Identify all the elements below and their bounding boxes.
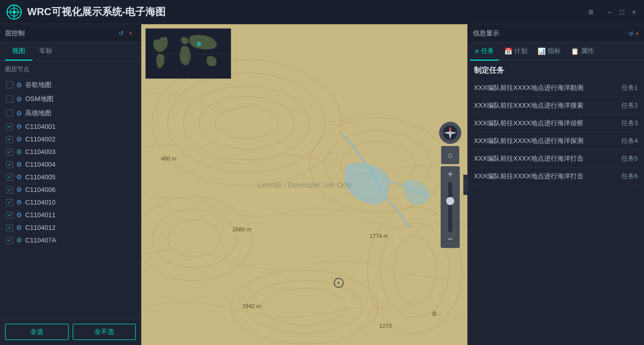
svg-point-9 [199, 96, 294, 149]
layer-gear-icon[interactable]: ⚙ [16, 199, 22, 206]
task-item[interactable]: XXX编队前往XXXX地点进行海洋打击 任务5 [474, 150, 638, 168]
layer-item[interactable]: ⚙ C1104003 [0, 145, 141, 158]
task-item[interactable]: XXX编队前往XXXX地点进行海洋打击 任务6 [474, 168, 638, 185]
tab-attributes[interactable]: 📋 属性 [566, 42, 599, 61]
map-controls: N ⌂ + − [439, 122, 461, 248]
refresh-icon[interactable]: ↺ [119, 30, 126, 37]
layer-item[interactable]: ⚙ C110407A [0, 234, 141, 247]
layer-checkbox[interactable] [6, 237, 13, 244]
attr-tab-label: 属性 [581, 46, 594, 56]
zoom-thumb[interactable] [446, 197, 454, 205]
task-item[interactable]: XXX编队前往XXXX地点进行海洋探测 任务4 [474, 132, 638, 150]
layer-gear-icon[interactable]: ⚙ [16, 224, 22, 231]
layer-list: ⚙ 谷歌地图 ⚙ OSM地图 ⚙ 高德地图 ⚙ C1104001 ⚙ C1104… [0, 76, 141, 318]
layer-checkbox[interactable] [6, 186, 13, 193]
layer-gear-icon[interactable]: ⚙ [16, 173, 22, 181]
layer-checkbox[interactable] [6, 136, 13, 143]
layer-item[interactable]: ⚙ C1104006 [0, 183, 141, 196]
layer-item[interactable]: ⚙ C1104010 [0, 196, 141, 209]
svg-point-4 [13, 11, 16, 14]
right-refresh-icon[interactable]: ↺ [628, 30, 633, 37]
layer-name: C1104003 [25, 148, 56, 156]
task-item[interactable]: XXX编队前往XXXX地点进行海洋搜索 任务2 [474, 97, 638, 115]
layer-gear-icon[interactable]: ⚙ [16, 211, 22, 219]
layer-item[interactable]: ⚙ C1104002 [0, 133, 141, 145]
task-description: XXX编队前往XXXX地点进行海洋搜索 [474, 101, 616, 110]
layer-item[interactable]: ⚙ C1104005 [0, 171, 141, 183]
layer-gear-icon[interactable]: ⚙ [16, 135, 22, 143]
task-description: XXX编队前往XXXX地点进行海洋侦察 [474, 119, 616, 128]
task-description: XXX编队前往XXXX地点进行海洋探测 [474, 136, 616, 145]
home-icon: ⌂ [448, 151, 453, 160]
layer-checkbox[interactable] [6, 174, 13, 181]
compass[interactable]: N [439, 122, 461, 144]
tab-metrics[interactable]: 📊 指标 [532, 42, 566, 61]
layer-gear-icon[interactable]: ⚙ [16, 161, 22, 168]
tab-view[interactable]: 视图 [5, 42, 32, 61]
layer-gear-icon[interactable]: ⚙ [16, 148, 22, 156]
map-right-handle[interactable]: ⋮ [463, 175, 467, 195]
layer-checkbox[interactable] [6, 199, 13, 206]
layer-checkbox[interactable] [6, 110, 13, 117]
task-item[interactable]: XXX编队前往XXXX地点进行海洋勘测 任务1 [474, 79, 638, 97]
layer-gear-icon[interactable]: ⚙ [16, 95, 22, 103]
zoom-slider: + − [441, 166, 460, 248]
close-button[interactable]: × [630, 8, 638, 16]
attr-tab-icon: 📋 [571, 47, 579, 55]
layer-gear-icon[interactable]: ⚙ [16, 236, 22, 244]
layer-gear-icon[interactable]: ⚙ [16, 123, 22, 130]
layer-checkbox[interactable] [6, 81, 13, 88]
maximize-button[interactable]: □ [618, 8, 626, 16]
layer-checkbox[interactable] [6, 149, 13, 156]
task-item[interactable]: XXX编队前往XXXX地点进行海洋侦察 任务3 [474, 115, 638, 132]
svg-point-21 [246, 281, 362, 333]
left-tab-bar: 视图 军标 [0, 42, 141, 61]
zoom-out-button[interactable]: − [443, 233, 457, 245]
minimize-button[interactable]: − [606, 8, 614, 16]
layer-item[interactable]: ⚙ 高德地图 [0, 106, 141, 120]
task-label: 任务6 [621, 172, 638, 181]
left-panel-title: 层控制 [5, 29, 25, 38]
layer-checkbox[interactable] [6, 123, 13, 130]
layer-checkbox[interactable] [6, 224, 13, 231]
zoom-in-button[interactable]: + [443, 169, 457, 181]
layer-gear-icon[interactable]: ⚙ [16, 186, 22, 193]
layer-item[interactable]: ⚙ C1104011 [0, 209, 141, 221]
layer-name: 谷歌地图 [25, 80, 51, 89]
tab-plan[interactable]: 📅 计划 [499, 42, 532, 61]
map-area[interactable]: License - Developer Use Only 480 m 2680 … [141, 24, 467, 345]
layer-item[interactable]: ⚙ C1104012 [0, 221, 141, 234]
layer-gear-icon[interactable]: ⚙ [16, 81, 22, 89]
right-panel-icons: ↺ × [628, 29, 639, 38]
left-panel: 层控制 ↺ × 视图 军标 图层节点 ⚙ 谷歌地图 ⚙ OSM地图 ⚙ 高德地图… [0, 24, 141, 345]
mini-map-svg [146, 29, 231, 79]
select-all-button[interactable]: 全选 [5, 324, 69, 340]
layer-item[interactable]: ⚙ C1104001 [0, 120, 141, 133]
svg-point-22 [262, 288, 347, 325]
layer-checkbox[interactable] [6, 95, 13, 103]
layer-item[interactable]: ⚙ C1104004 [0, 158, 141, 171]
svg-point-13 [341, 141, 415, 189]
deselect-all-button[interactable]: 全不选 [73, 324, 136, 340]
layer-item[interactable]: ⚙ 谷歌地图 [0, 78, 141, 92]
layer-item[interactable]: ⚙ OSM地图 [0, 92, 141, 106]
layer-gear-icon[interactable]: ⚙ [16, 110, 22, 117]
metrics-tab-label: 指标 [548, 46, 561, 56]
map-label-480: 480 m [161, 156, 177, 162]
map-marker-circle [334, 278, 344, 288]
layer-checkbox[interactable] [6, 212, 13, 219]
close-panel-icon[interactable]: × [129, 30, 136, 37]
right-panel: 信息显示 ↺ × ≡ 任务 📅 计划 📊 指标 📋 属性 [467, 24, 644, 345]
app-logo [6, 4, 22, 20]
svg-point-20 [231, 270, 378, 344]
home-button[interactable]: ⌂ [441, 146, 459, 164]
tab-task[interactable]: ≡ 任务 [470, 42, 499, 61]
svg-point-8 [183, 86, 309, 160]
menu-button[interactable]: ≡ [588, 7, 594, 17]
map-watermark: License - Developer Use Only [257, 181, 351, 189]
tab-military[interactable]: 军标 [32, 42, 60, 61]
layer-name: C1104006 [25, 186, 56, 193]
layer-checkbox[interactable] [6, 161, 13, 168]
right-close-icon[interactable]: × [635, 30, 639, 37]
layer-name: C110407A [25, 236, 56, 244]
